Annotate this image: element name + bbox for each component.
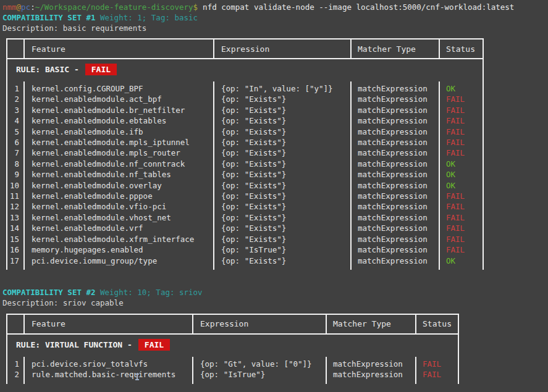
expression-cell: {op: "Exists"} — [214, 148, 351, 158]
matcher-type-cell: matchExpression — [351, 159, 439, 169]
rule-header-cell: RULE: BASIC -FAIL — [7, 59, 483, 81]
expression-cell: {op: "Gt", value: ["0"]} — [193, 357, 326, 369]
prompt-host: pc — [21, 2, 30, 12]
expression-cell: {op: "In", value: ["y"]} — [214, 81, 351, 94]
rule-status-badge: FAIL — [85, 64, 117, 75]
expression-cell: {op: "Exists"} — [214, 201, 351, 212]
row-number: 1 — [7, 357, 24, 369]
rule-status-badge: FAIL — [138, 339, 170, 351]
expression-cell: {op: "Exists"} — [214, 180, 351, 191]
status-cell: FAIL — [439, 191, 483, 201]
status-cell: FAIL — [439, 105, 483, 115]
column-header-row: Feature Expression Matcher Type Status — [7, 39, 483, 59]
matcher-type-cell: matchExpression — [351, 191, 439, 201]
column-header-expression: Expression — [214, 39, 351, 59]
row-number: 3 — [7, 105, 24, 115]
table-row: 17pci.device.iommu_group/type{op: "Exist… — [7, 256, 483, 270]
prompt-at-symbol: @ — [17, 2, 22, 12]
matcher-type-cell: matchExpression — [351, 148, 439, 158]
status-cell: FAIL — [439, 148, 483, 158]
table-row: 15kernel.enabledmodule.xfrm_interface{op… — [7, 234, 483, 244]
table-row: 9kernel.enabledmodule.nf_tables{op: "Exi… — [7, 169, 483, 180]
status-cell: OK — [439, 169, 483, 180]
row-number: 1 — [7, 81, 24, 94]
prompt-line: nmm@pc:~/Workspace/node-feature-discover… — [2, 2, 548, 12]
matcher-type-cell: matchExpression — [326, 369, 416, 383]
rule-header-cell: RULE: VIRTUAL FUNCTION -FAIL — [7, 334, 458, 357]
column-header-status: Status — [439, 39, 483, 59]
feature-cell: kernel.enabledmodule.mpls_iptunnel — [24, 137, 214, 148]
expression-cell: {op: "Exists"} — [214, 127, 351, 137]
feature-cell: kernel.enabledmodule.mpls_router — [24, 148, 214, 158]
table-row: 8kernel.enabledmodule.nf_conntrack{op: "… — [7, 159, 483, 169]
feature-cell: kernel.enabledmodule.ifb — [24, 127, 214, 137]
status-cell: FAIL — [439, 94, 483, 104]
matcher-type-cell: matchExpression — [351, 212, 439, 223]
rule-table-virtual-function: RULE: VIRTUAL FUNCTION -FAIL Feature Exp… — [6, 314, 459, 384]
expression-cell: {op: "Exists"} — [214, 105, 351, 115]
set-1-meta: Weight: 1; Tag: basic — [100, 13, 198, 22]
feature-cell: memory.hugepages.enabled — [24, 244, 214, 255]
expression-cell: {op: "Exists"} — [214, 223, 351, 233]
table-row: 13kernel.enabledmodule.vhost_net{op: "Ex… — [7, 212, 483, 223]
set-2-description: Description: sriov capable — [2, 298, 548, 308]
matcher-type-cell: matchExpression — [351, 169, 439, 180]
feature-cell: kernel.enabledmodule.nf_conntrack — [24, 159, 214, 169]
status-cell: FAIL — [416, 369, 458, 383]
feature-cell: kernel.enabledmodule.vrf — [24, 223, 214, 233]
set-2-meta: Weight: 10; Tag: sriov — [100, 288, 203, 297]
feature-cell: rule.matched.basic-requirements — [24, 369, 193, 383]
feature-cell: kernel.enabledmodule.nf_tables — [24, 169, 214, 180]
column-header-status: Status — [416, 314, 458, 334]
table-row: 1pci.device.sriov_totalvfs{op: "Gt", val… — [7, 357, 458, 369]
matcher-type-cell: matchExpression — [351, 81, 439, 94]
row-number: 4 — [7, 115, 24, 126]
column-header-feature: Feature — [24, 39, 214, 59]
matcher-type-cell: matchExpression — [351, 94, 439, 104]
terminal-screen[interactable]: nmm@pc:~/Workspace/node-feature-discover… — [0, 0, 548, 384]
table-row: 3kernel.enabledmodule.br_netfilter{op: "… — [7, 105, 483, 115]
status-cell: OK — [439, 256, 483, 270]
column-header-feature: Feature — [24, 314, 193, 334]
column-header-row: Feature Expression Matcher Type Status — [7, 314, 458, 334]
feature-cell: pci.device.sriov_totalvfs — [24, 357, 193, 369]
matcher-type-cell: matchExpression — [326, 357, 416, 369]
feature-cell: kernel.enabledmodule.xfrm_interface — [24, 234, 214, 244]
row-number: 10 — [7, 180, 24, 191]
matcher-type-cell: matchExpression — [351, 180, 439, 191]
matcher-type-cell: matchExpression — [351, 105, 439, 115]
row-number: 2 — [7, 369, 24, 383]
row-number: 14 — [7, 223, 24, 233]
row-number: 13 — [7, 212, 24, 223]
matcher-type-cell: matchExpression — [351, 115, 439, 126]
rule-label: RULE: BASIC - — [16, 65, 79, 74]
row-number: 7 — [7, 148, 24, 158]
table-row: 5kernel.enabledmodule.ifb{op: "Exists"}m… — [7, 127, 483, 137]
row-number: 11 — [7, 191, 24, 201]
feature-cell: kernel.enabledmodule.pppoe — [24, 191, 214, 201]
prompt-colon: : — [30, 2, 35, 12]
expression-cell: {op: "Exists"} — [214, 159, 351, 169]
prompt-path: ~/Workspace/node-feature-discovery — [35, 2, 193, 12]
column-header-index — [7, 39, 24, 59]
column-header-index — [7, 314, 24, 334]
row-number: 2 — [7, 94, 24, 104]
expression-cell: {op: "Exists"} — [214, 256, 351, 270]
expression-cell: {op: "IsTrue"} — [214, 244, 351, 255]
prompt-dollar-symbol: $ — [193, 2, 198, 12]
table-row: 2kernel.enabledmodule.act_bpf{op: "Exist… — [7, 94, 483, 104]
ibeam-cursor — [137, 373, 138, 380]
feature-cell: pci.device.iommu_group/type — [24, 256, 214, 270]
row-number: 5 — [7, 127, 24, 137]
column-header-matcher-type: Matcher Type — [326, 314, 416, 334]
feature-cell: kernel.enabledmodule.overlay — [24, 180, 214, 191]
expression-cell: {op: "IsTrue"} — [193, 369, 326, 383]
set-2-title: COMPATIBILITY SET #2 — [2, 288, 96, 297]
status-cell: FAIL — [439, 223, 483, 233]
matcher-type-cell: matchExpression — [351, 234, 439, 244]
column-header-matcher-type: Matcher Type — [351, 39, 439, 59]
expression-cell: {op: "Exists"} — [214, 137, 351, 148]
matcher-type-cell: matchExpression — [351, 256, 439, 270]
expression-cell: {op: "Exists"} — [214, 212, 351, 223]
status-cell: FAIL — [416, 357, 458, 369]
